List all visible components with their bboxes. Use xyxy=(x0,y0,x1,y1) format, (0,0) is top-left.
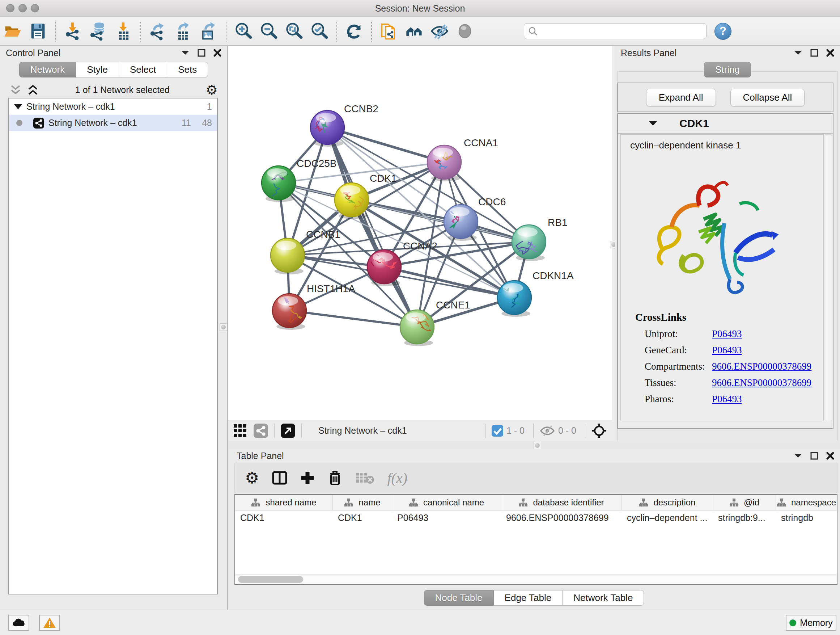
crosslink-row: Uniprot: P06493 xyxy=(645,328,812,340)
node-CCNA1[interactable]: CCNA1 xyxy=(427,137,498,181)
node-label-CDK1: CDK1 xyxy=(370,173,397,184)
bottom-splitter-handle[interactable] xyxy=(534,442,541,449)
tab-edge-table[interactable]: Edge Table xyxy=(494,590,563,606)
column-header-namespace[interactable]: namespace xyxy=(776,495,837,510)
tab-string[interactable]: String xyxy=(704,62,751,78)
network-canvas[interactable]: CCNB2CCNA1CDC25BCDK1CDC6RB1CCNB1CCNA2CDK… xyxy=(228,46,612,420)
table-cell[interactable]: 9606.ENSP00000378699 xyxy=(501,510,622,526)
panel-menu-icon[interactable] xyxy=(794,50,802,56)
network-row[interactable]: String Network – cdk1 11 48 xyxy=(9,115,217,131)
table-cell[interactable]: P06493 xyxy=(392,510,501,526)
column-header-database-identifier[interactable]: database identifier xyxy=(501,495,622,510)
selected-checkbox-icon[interactable] xyxy=(491,424,504,437)
crosslink-link[interactable]: 9606.ENSP00000378699 xyxy=(712,377,812,388)
search-input[interactable] xyxy=(538,26,703,36)
hidden-eye-icon[interactable] xyxy=(539,424,555,437)
tab-select[interactable]: Select xyxy=(119,62,167,78)
edge-CCNA2-CDKN1A[interactable] xyxy=(384,267,515,298)
open-session-button[interactable] xyxy=(0,19,25,43)
close-panel-icon[interactable] xyxy=(826,49,834,57)
grid-view-icon[interactable] xyxy=(233,424,248,438)
panel-menu-icon[interactable] xyxy=(181,50,189,56)
table-cell[interactable]: stringdb xyxy=(776,510,837,526)
tab-style[interactable]: Style xyxy=(76,62,119,78)
import-network-database-button[interactable] xyxy=(85,19,111,43)
crosslink-link[interactable]: P06493 xyxy=(712,394,742,405)
fit-selected-crosshair-icon[interactable] xyxy=(591,423,607,439)
table-cell[interactable]: stringdb:9... xyxy=(713,510,776,526)
gene-section-header[interactable]: CDK1 xyxy=(618,114,833,134)
edge-CCNB2-CCNA1[interactable] xyxy=(327,127,444,162)
node-RB1[interactable]: RB1 xyxy=(512,217,567,261)
zoom-in-button[interactable] xyxy=(231,19,256,43)
import-network-file-button[interactable] xyxy=(60,19,85,43)
float-panel-icon[interactable] xyxy=(810,452,818,460)
warnings-button[interactable] xyxy=(39,615,60,631)
zoom-selected-button[interactable] xyxy=(307,19,332,43)
clone-network-button[interactable] xyxy=(376,19,401,43)
tab-network-table[interactable]: Network Table xyxy=(562,590,644,606)
refresh-view-button[interactable] xyxy=(341,19,367,43)
edge-HIST1H1A-CCNE1[interactable] xyxy=(289,310,417,327)
crosslink-link[interactable]: P06493 xyxy=(712,345,742,356)
left-splitter-handle[interactable] xyxy=(219,323,227,331)
table-cell[interactable]: CDK1 xyxy=(333,510,392,526)
results-scrollbar[interactable] xyxy=(825,134,831,421)
export-network-button[interactable] xyxy=(145,19,171,43)
network-share-gray-icon[interactable] xyxy=(253,423,268,439)
column-attribute-icon xyxy=(409,498,418,507)
first-neighbors-button[interactable] xyxy=(401,19,427,43)
node-CDKN1A[interactable]: CDKN1A xyxy=(495,270,574,317)
add-column-icon[interactable] xyxy=(300,470,315,485)
birdseye-toggle-icon[interactable] xyxy=(280,423,295,439)
close-panel-icon[interactable] xyxy=(826,452,834,460)
zoom-fit-button[interactable] xyxy=(281,19,307,43)
float-panel-icon[interactable] xyxy=(810,49,818,57)
tab-sets[interactable]: Sets xyxy=(167,62,208,78)
network-collection-row[interactable]: String Network – cdk1 1 xyxy=(9,98,217,115)
panel-menu-icon[interactable] xyxy=(794,453,802,459)
collection-label: String Network – cdk1 xyxy=(27,101,191,112)
node-HIST1H1A[interactable]: HIST1H1A xyxy=(272,283,355,330)
network-view[interactable]: CCNB2CCNA1CDC25BCDK1CDC6RB1CCNB1CCNA2CDK… xyxy=(228,46,612,441)
column-header-description[interactable]: description xyxy=(622,495,713,510)
delete-column-trash-icon[interactable] xyxy=(328,470,342,486)
toolbar-search[interactable] xyxy=(524,23,706,39)
table-cell[interactable]: cyclin–dependent ... xyxy=(622,510,713,526)
export-table-button[interactable] xyxy=(171,19,196,43)
hide-selected-button[interactable] xyxy=(427,19,452,43)
column-header-shared-name[interactable]: shared name xyxy=(235,495,333,510)
crosslink-link[interactable]: P06493 xyxy=(712,328,742,340)
memory-button[interactable]: Memory xyxy=(786,615,836,631)
cloud-status-button[interactable] xyxy=(8,615,29,631)
crosslink-link[interactable]: 9606.ENSP00000378699 xyxy=(712,361,812,372)
scrollbar-thumb[interactable] xyxy=(238,576,303,583)
collapse-all-icon[interactable] xyxy=(9,85,22,96)
export-image-button[interactable] xyxy=(196,19,221,43)
show-columns-icon[interactable] xyxy=(272,470,287,486)
column-header-name[interactable]: name xyxy=(333,495,392,510)
table-row[interactable]: CDK1CDK1P064939606.ENSP00000378699cyclin… xyxy=(235,510,837,526)
column-header--id[interactable]: @id xyxy=(713,495,776,510)
tab-node-table[interactable]: Node Table xyxy=(424,590,494,606)
show-all-button[interactable] xyxy=(452,19,477,43)
collapse-all-button[interactable]: Collapse All xyxy=(730,89,805,106)
close-panel-icon[interactable] xyxy=(213,49,221,57)
table-cell[interactable]: CDK1 xyxy=(235,510,333,526)
network-options-gear-icon[interactable]: ⚙ xyxy=(206,83,218,97)
collection-expand-icon[interactable] xyxy=(14,104,22,109)
gene-description: cyclin–dependent kinase 1 xyxy=(621,135,823,151)
expand-all-icon[interactable] xyxy=(27,85,39,96)
import-table-button[interactable] xyxy=(111,19,136,43)
float-panel-icon[interactable] xyxy=(197,49,205,57)
column-header-canonical-name[interactable]: canonical name xyxy=(392,495,501,510)
tab-network[interactable]: Network xyxy=(19,62,76,78)
zoom-out-button[interactable] xyxy=(256,19,281,43)
save-session-button[interactable] xyxy=(25,19,51,43)
edge-CCNB2-CCNE1[interactable] xyxy=(327,127,417,327)
table-horizontal-scrollbar[interactable] xyxy=(235,574,837,584)
help-button[interactable]: ? xyxy=(714,23,731,40)
table-options-gear-icon[interactable]: ⚙ xyxy=(245,470,259,486)
expand-all-button[interactable]: Expand All xyxy=(646,89,716,106)
section-collapse-icon[interactable] xyxy=(648,120,658,127)
